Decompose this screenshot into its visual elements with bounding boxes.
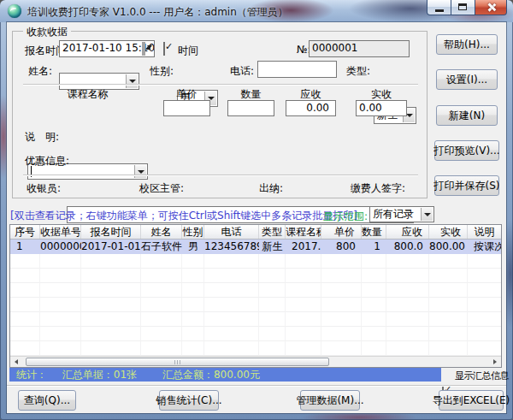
note-label: 说 明: [25, 130, 59, 145]
supervisor-label: 校区主管: [139, 181, 184, 196]
horizontal-scrollbar[interactable] [10, 356, 501, 367]
table-empty-row [10, 269, 501, 283]
column-header[interactable]: 电话 [204, 225, 259, 239]
records-table: 序号 收据单号 报名时间 姓名 性别 电话 类型 课程名称 单价 数量 应收 实… [9, 224, 502, 368]
maximize-button[interactable] [451, 0, 475, 15]
query-button[interactable]: 查询(Q)... [18, 390, 76, 411]
cell-gender: 男 [182, 240, 204, 254]
client-area: 收款收据 报名时间: 2017-01-10 15:10:19 时间 №: 000… [7, 22, 506, 413]
empty-rows [10, 254, 501, 356]
scrollbar-thumb[interactable] [26, 358, 329, 366]
scroll-left-icon[interactable] [10, 357, 21, 367]
table-row[interactable]: 1 0000000 2017-01-01... 石子软件 男 123456789… [10, 240, 501, 254]
payer-sign-label: 缴费人签字: [351, 181, 405, 196]
column-header[interactable]: 应收 [386, 225, 429, 239]
promo-label: 优惠信息: [25, 154, 69, 169]
sales-stats-button[interactable]: 销售统计(C)... [159, 390, 219, 411]
cell-seq: 1 [10, 240, 40, 254]
app-icon [8, 4, 21, 18]
app-window: 培训收费打印专家 V1.0.0 --- 用户名：admin（管理员） 收款收据 … [0, 0, 513, 420]
cell-receipt-no: 0000000 [40, 240, 81, 254]
display-range-label: 显示范围: [323, 210, 368, 224]
time-checkbox-label: 时间 [178, 44, 198, 58]
close-icon [487, 3, 496, 12]
course-header: 课程名称 [27, 87, 148, 102]
table-empty-row [10, 341, 501, 356]
new-button[interactable]: 新建(N) [436, 105, 498, 126]
phone-label: 电话: [230, 64, 254, 79]
cashier-label: 收银员: [27, 181, 61, 196]
scrollbar-track[interactable] [21, 357, 490, 367]
table-empty-row [10, 327, 501, 341]
minimize-button[interactable] [427, 0, 451, 15]
table-empty-row [10, 298, 501, 312]
gender-label: 性别: [150, 64, 174, 79]
due-input[interactable]: 0.00 [286, 100, 336, 116]
records-hint: [双击查看记录；右键功能菜单；可按住Ctrl或Shift键选中多条记录批量打印] [10, 209, 357, 223]
table-empty-row [10, 312, 501, 327]
maximize-icon [458, 3, 467, 10]
column-header[interactable]: 姓名 [141, 225, 182, 239]
table-header: 序号 收据单号 报名时间 姓名 性别 电话 类型 课程名称 单价 数量 应收 实… [10, 225, 501, 240]
minimize-icon [435, 9, 444, 12]
stats-count: 汇总单据：01张 [62, 369, 137, 381]
column-header[interactable]: 序号 [10, 225, 40, 239]
column-header[interactable]: 收据单号 [40, 225, 81, 239]
column-header[interactable]: 课程名称 [286, 225, 321, 239]
qty-input[interactable] [227, 100, 274, 116]
cell-price: 800 [321, 240, 362, 254]
stats-amount: 汇总金额：800.00元 [162, 369, 260, 381]
time-checkbox[interactable] [163, 42, 165, 56]
type-label: 类型: [346, 64, 370, 79]
cell-reg-time: 2017-01-01... [81, 240, 141, 254]
close-button[interactable] [475, 0, 507, 15]
stats-label: 统计： [16, 369, 47, 381]
settings-button[interactable]: 设置(I)... [436, 69, 498, 90]
column-header[interactable]: 单价 [321, 225, 362, 239]
column-header[interactable]: 报名时间 [81, 225, 141, 239]
show-summary-label: 显示汇总信息 [455, 370, 509, 382]
caption-buttons [427, 0, 507, 15]
column-header[interactable]: 数量 [362, 225, 386, 239]
separator [23, 175, 418, 176]
reg-time-value: 2017-01-10 15:10:19 [62, 42, 155, 54]
help-button[interactable]: 帮助(H)... [436, 34, 498, 55]
separator [23, 84, 418, 86]
manage-data-button[interactable]: 管理数据(M)... [300, 390, 360, 411]
column-header[interactable]: 实收 [429, 225, 468, 239]
reg-time-input[interactable]: 2017-01-10 15:10:19 [59, 40, 155, 57]
spin-down-icon[interactable] [144, 42, 145, 56]
scroll-right-icon[interactable] [490, 357, 501, 367]
column-header[interactable]: 说明 [468, 225, 501, 239]
chevron-down-icon[interactable] [421, 208, 433, 221]
column-header[interactable]: 类型 [259, 225, 286, 239]
cell-due: 800.0 [386, 240, 429, 254]
receipt-groupbox: 收款收据 报名时间: 2017-01-10 15:10:19 时间 №: 000… [12, 31, 428, 198]
stats-bar: 统计： 汇总单据：01张 汇总金额：800.00元 [9, 368, 441, 382]
print-save-button[interactable]: 打印并保存(S) [434, 175, 499, 196]
cell-phone: 12345678901 [204, 240, 259, 254]
export-excel-button[interactable]: 导出到EXCEL(E) [439, 390, 504, 411]
print-preview-button[interactable]: 打印预览(V)... [434, 140, 499, 161]
treasurer-label: 出纳: [259, 181, 283, 196]
price-input[interactable] [163, 100, 210, 116]
table-empty-row [10, 283, 501, 298]
separator [7, 385, 506, 387]
column-header[interactable]: 性别 [182, 225, 204, 239]
reg-time-spinner[interactable] [142, 42, 153, 56]
cell-paid: 800.00 [429, 240, 468, 254]
chevron-down-icon[interactable] [126, 74, 138, 88]
cell-name: 石子软件 [141, 240, 182, 254]
display-range-value: 所有记录 [373, 208, 414, 220]
table-empty-row [10, 254, 501, 269]
cell-course: 2017... [286, 240, 321, 254]
name-label: 姓名: [28, 64, 52, 79]
paid-input[interactable]: 0.00 [356, 100, 407, 116]
phone-input[interactable] [257, 61, 337, 78]
groupbox-title: 收款收据 [23, 25, 71, 39]
display-range-combobox[interactable]: 所有记录 [369, 206, 434, 222]
titlebar[interactable]: 培训收费打印专家 V1.0.0 --- 用户名：admin（管理员） [0, 0, 513, 22]
cell-type: 新生 [259, 240, 286, 254]
window-title: 培训收费打印专家 V1.0.0 --- 用户名：admin（管理员） [27, 5, 288, 20]
receipt-no-field: 0000001 [309, 40, 410, 57]
